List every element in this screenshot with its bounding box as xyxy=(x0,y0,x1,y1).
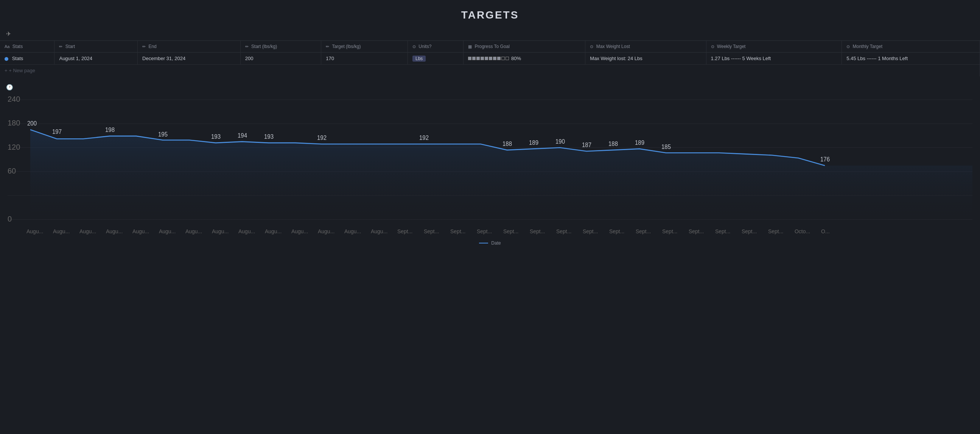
progress-pct: 80% xyxy=(511,55,521,61)
line-chart: 240 180 120 60 0 200 197 198 195 193 194… xyxy=(8,94,972,238)
circle-icon-weekly: ⊙ xyxy=(711,44,714,49)
svg-text:O...: O... xyxy=(821,228,830,234)
cell-progress: 80% xyxy=(463,52,585,65)
history-icon: 🕐 xyxy=(6,84,13,90)
svg-text:Augu...: Augu... xyxy=(106,228,123,234)
svg-text:180: 180 xyxy=(8,118,20,127)
svg-text:194: 194 xyxy=(238,132,247,139)
cell-target-lbs: 170 xyxy=(321,52,408,65)
svg-text:193: 193 xyxy=(211,133,221,140)
new-page-row[interactable]: + + New page xyxy=(0,65,980,77)
svg-text:192: 192 xyxy=(317,135,326,141)
circle-icon-monthly: ⊙ xyxy=(846,44,850,49)
svg-text:Augu...: Augu... xyxy=(159,228,175,234)
progress-sq-6 xyxy=(489,57,492,60)
svg-text:176: 176 xyxy=(820,156,830,163)
page-icon-row: ✈ xyxy=(0,27,980,40)
svg-text:240: 240 xyxy=(8,95,20,104)
units-badge: Lbs xyxy=(412,55,426,62)
svg-text:185: 185 xyxy=(662,143,671,150)
progress-bar-wrapper: 80% xyxy=(468,55,581,61)
svg-text:60: 60 xyxy=(8,166,16,176)
svg-text:Augu...: Augu... xyxy=(80,228,96,234)
grid-icon-progress: ▦ xyxy=(468,44,472,49)
cell-end: December 31, 2024 xyxy=(138,52,241,65)
new-page-cell[interactable]: + + New page xyxy=(0,65,980,77)
svg-text:Sept...: Sept... xyxy=(662,228,677,234)
cell-max-weight: Max Weight lost: 24 Lbs xyxy=(585,52,706,65)
svg-text:Sept...: Sept... xyxy=(715,228,730,234)
svg-text:Augu...: Augu... xyxy=(291,228,308,234)
cell-start: August 1, 2024 xyxy=(54,52,138,65)
cell-weekly: 1.27 Lbs ------ 5 Weeks Left xyxy=(706,52,842,65)
svg-text:192: 192 xyxy=(419,135,429,141)
svg-text:Sept...: Sept... xyxy=(556,228,571,234)
svg-text:Augu...: Augu... xyxy=(371,228,387,234)
progress-sq-3 xyxy=(476,57,480,60)
col-header-stats: Aa Stats xyxy=(0,41,54,52)
svg-text:Sept...: Sept... xyxy=(450,228,465,234)
col-header-monthly: ⊙ Monthly Target xyxy=(842,41,980,52)
svg-text:Augu...: Augu... xyxy=(27,228,43,234)
svg-text:Sept...: Sept... xyxy=(609,228,624,234)
svg-text:0: 0 xyxy=(8,214,12,223)
progress-sq-8 xyxy=(497,57,501,60)
svg-text:195: 195 xyxy=(158,131,168,138)
progress-sq-1 xyxy=(468,57,471,60)
svg-text:Sept...: Sept... xyxy=(424,228,439,234)
chart-wrapper: 240 180 120 60 0 200 197 198 195 193 194… xyxy=(0,94,980,238)
svg-text:Sept...: Sept... xyxy=(530,228,545,234)
svg-text:Augu...: Augu... xyxy=(239,228,255,234)
svg-text:Sept...: Sept... xyxy=(768,228,783,234)
svg-text:Augu...: Augu... xyxy=(344,228,361,234)
table-row[interactable]: Stats August 1, 2024 December 31, 2024 2… xyxy=(0,52,980,65)
page-title: TARGETS xyxy=(0,0,980,27)
svg-text:Sept...: Sept... xyxy=(741,228,757,234)
svg-text:Augu...: Augu... xyxy=(53,228,70,234)
svg-text:Sept...: Sept... xyxy=(636,228,651,234)
cell-stats: Stats xyxy=(0,52,54,65)
svg-text:188: 188 xyxy=(608,141,618,147)
col-header-weekly: ⊙ Weekly Target xyxy=(706,41,842,52)
svg-text:190: 190 xyxy=(555,138,565,145)
svg-text:Sept...: Sept... xyxy=(583,228,598,234)
cell-start-lbs: 200 xyxy=(240,52,321,65)
chart-legend: Date xyxy=(0,238,980,252)
col-header-max-weight: ⊙ Max Weight Lost xyxy=(585,41,706,52)
col-header-end: ✏ End xyxy=(138,41,241,52)
col-header-target-lbs: ✏ Target (lbs/kg) xyxy=(321,41,408,52)
svg-text:Sept...: Sept... xyxy=(397,228,412,234)
svg-text:Augu...: Augu... xyxy=(318,228,334,234)
cell-units: Lbs xyxy=(407,52,463,65)
col-header-start-lbs: ✏ Start (lbs/kg) xyxy=(240,41,321,52)
svg-text:188: 188 xyxy=(503,141,512,147)
pencil-icon-start: ✏ xyxy=(59,44,62,49)
svg-text:187: 187 xyxy=(582,142,592,148)
svg-text:197: 197 xyxy=(52,128,62,135)
table-header-row: Aa Stats ✏ Start ✏ End ✏ Start (lbs/kg) … xyxy=(0,41,980,52)
legend-label: Date xyxy=(491,241,501,246)
svg-text:Augu...: Augu... xyxy=(265,228,282,234)
col-header-progress: ▦ Progress To Goal xyxy=(463,41,585,52)
pencil-icon-end: ✏ xyxy=(142,44,146,49)
pencil-icon-startlbs: ✏ xyxy=(245,44,248,49)
svg-text:120: 120 xyxy=(8,142,20,151)
svg-text:189: 189 xyxy=(529,139,538,146)
aa-icon: Aa xyxy=(5,44,10,49)
legend-line xyxy=(479,243,488,244)
add-icon: + xyxy=(5,68,8,73)
progress-sq-9 xyxy=(501,57,505,60)
svg-text:189: 189 xyxy=(635,139,644,146)
progress-sq-5 xyxy=(485,57,488,60)
pencil-icon-targetlbs: ✏ xyxy=(326,44,329,49)
cell-monthly: 5.45 Lbs ------ 1 Months Left xyxy=(842,52,980,65)
svg-text:Octo...: Octo... xyxy=(795,228,810,234)
progress-squares xyxy=(468,57,509,60)
progress-sq-10 xyxy=(506,57,509,60)
circle-icon-max: ⊙ xyxy=(590,44,593,49)
svg-text:Augu...: Augu... xyxy=(185,228,202,234)
svg-text:Sept...: Sept... xyxy=(503,228,519,234)
stats-table: Aa Stats ✏ Start ✏ End ✏ Start (lbs/kg) … xyxy=(0,40,980,76)
col-header-start: ✏ Start xyxy=(54,41,138,52)
chart-section: 🕐 240 180 120 60 0 xyxy=(0,76,980,252)
